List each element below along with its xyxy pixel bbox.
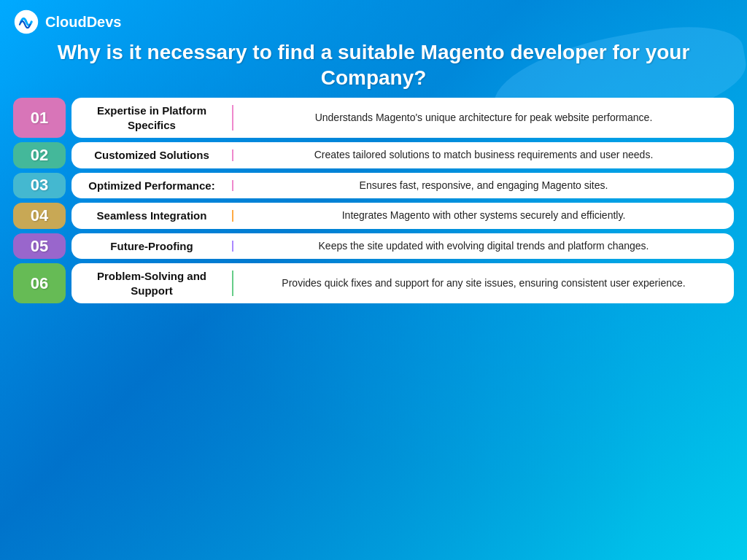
item-title-col-02: Customized Solutions [71, 142, 232, 168]
item-card-03: Optimized Performance:Ensures fast, resp… [71, 173, 734, 199]
item-title-col-04: Seamless Integration [71, 203, 232, 229]
item-row-05: 05Future-ProofingKeeps the site updated … [13, 233, 734, 260]
number-badge-01: 01 [13, 98, 66, 138]
number-badge-04: 04 [13, 203, 66, 229]
item-card-05: Future-ProofingKeeps the site updated wi… [71, 233, 734, 260]
main-title: Why is it necessary to find a suitable M… [13, 39, 734, 90]
items-grid: 01Expertise in Platform SpecificsUnderst… [13, 98, 734, 551]
item-title-04: Seamless Integration [97, 209, 207, 223]
item-row-01: 01Expertise in Platform SpecificsUnderst… [13, 98, 734, 138]
item-title-col-01: Expertise in Platform Specifics [71, 98, 232, 138]
item-desc-col-01: Understands Magento's unique architectur… [233, 98, 734, 138]
header: CloudDevs [13, 9, 734, 35]
item-desc-03: Ensures fast, responsive, and engaging M… [360, 179, 608, 193]
item-row-03: 03Optimized Performance:Ensures fast, re… [13, 173, 734, 199]
item-card-02: Customized SolutionsCreates tailored sol… [71, 142, 734, 168]
title-section: Why is it necessary to find a suitable M… [13, 39, 734, 90]
item-card-01: Expertise in Platform SpecificsUnderstan… [71, 98, 734, 138]
number-badge-06: 06 [13, 263, 66, 303]
item-desc-col-04: Integrates Magento with other systems se… [233, 203, 734, 229]
item-title-05: Future-Proofing [110, 239, 193, 254]
main-container: CloudDevs Why is it necessary to find a … [0, 0, 747, 560]
item-row-04: 04Seamless IntegrationIntegrates Magento… [13, 203, 734, 229]
item-title-col-03: Optimized Performance: [71, 173, 232, 199]
item-desc-06: Provides quick fixes and support for any… [282, 276, 685, 291]
item-title-03: Optimized Performance: [88, 179, 214, 193]
item-desc-02: Creates tailored solutions to match busi… [314, 148, 654, 163]
item-title-02: Customized Solutions [94, 148, 209, 163]
number-badge-03: 03 [13, 173, 66, 199]
item-row-02: 02Customized SolutionsCreates tailored s… [13, 142, 734, 168]
logo-text: CloudDevs [45, 14, 121, 31]
number-badge-02: 02 [13, 142, 66, 168]
number-badge-05: 05 [13, 233, 66, 260]
logo-icon [13, 9, 39, 35]
item-desc-04: Integrates Magento with other systems se… [342, 209, 626, 223]
item-card-04: Seamless IntegrationIntegrates Magento w… [71, 203, 734, 229]
item-card-06: Problem-Solving and SupportProvides quic… [71, 263, 734, 303]
item-desc-col-06: Provides quick fixes and support for any… [233, 263, 734, 303]
item-desc-01: Understands Magento's unique architectur… [315, 111, 653, 125]
item-title-01: Expertise in Platform Specifics [80, 104, 223, 132]
item-desc-05: Keeps the site updated with evolving dig… [319, 239, 649, 254]
item-desc-col-03: Ensures fast, responsive, and engaging M… [233, 173, 734, 199]
item-desc-col-05: Keeps the site updated with evolving dig… [233, 233, 734, 260]
item-title-06: Problem-Solving and Support [80, 269, 223, 298]
item-title-col-06: Problem-Solving and Support [71, 263, 232, 303]
item-row-06: 06Problem-Solving and SupportProvides qu… [13, 263, 734, 303]
item-title-col-05: Future-Proofing [71, 233, 232, 260]
item-desc-col-02: Creates tailored solutions to match busi… [233, 142, 734, 168]
